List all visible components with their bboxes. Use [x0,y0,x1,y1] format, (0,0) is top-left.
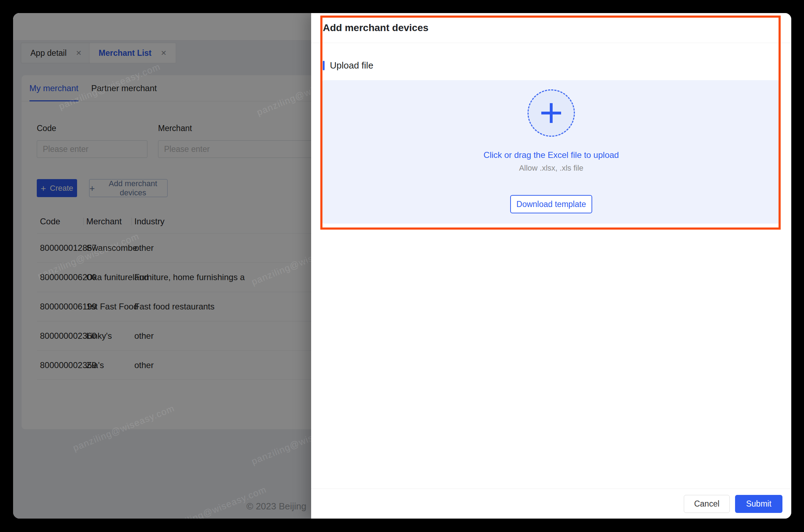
download-template-button[interactable]: Download template [510,195,592,213]
add-merchant-devices-drawer: Add merchant devices Upload file Click o… [311,13,791,519]
app-window: App detail ✕ Merchant List ✕ My merchant… [13,13,791,519]
section-title: Upload file [330,60,373,71]
upload-file-section-header: Upload file [323,60,373,71]
submit-button[interactable]: Submit [735,495,782,513]
cancel-button[interactable]: Cancel [684,495,730,513]
plus-icon [540,101,563,125]
section-accent-bar [323,61,325,70]
drawer-footer: Cancel Submit [311,489,791,519]
upload-allow-text: Allow .xlsx, .xls file [322,164,780,173]
drawer-header: Add merchant devices [311,13,791,43]
upload-dropzone[interactable]: Click or drag the Excel file to upload A… [322,80,780,224]
upload-circle[interactable] [528,89,575,137]
drawer-title: Add merchant devices [323,22,429,34]
upload-hint-text: Click or drag the Excel file to upload [322,150,780,160]
screen: App detail ✕ Merchant List ✕ My merchant… [0,0,804,532]
